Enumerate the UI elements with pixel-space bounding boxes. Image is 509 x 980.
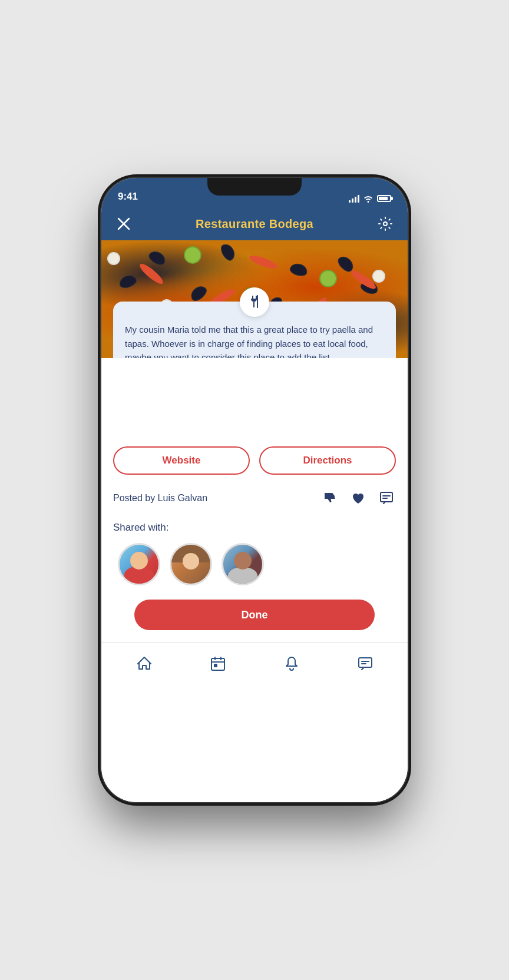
wifi-icon (363, 194, 374, 203)
heart-button[interactable] (349, 489, 368, 508)
shared-label: Shared with: (113, 522, 396, 534)
food-image: My cousin Maria told me that this a grea… (101, 240, 408, 358)
thumbs-down-button[interactable] (320, 489, 339, 508)
done-button[interactable]: Done (134, 600, 375, 630)
posted-by-label: Posted by Luis Galvan (113, 493, 207, 504)
content-inner: Website Directions Posted by Luis Galvan (101, 446, 408, 642)
comment-button[interactable] (377, 489, 396, 508)
svg-rect-13 (359, 658, 372, 667)
svg-rect-12 (214, 664, 217, 667)
avatar-2 (170, 543, 212, 585)
content-area: Website Directions Posted by Luis Galvan (101, 358, 408, 802)
app-header: Restaurante Bodega (101, 207, 408, 240)
nav-home[interactable] (127, 651, 162, 677)
info-card-text: My cousin Maria told me that this a grea… (125, 323, 384, 358)
action-buttons: Website Directions (113, 446, 396, 475)
svg-point-2 (384, 222, 387, 226)
battery-icon (377, 195, 391, 202)
svg-rect-5 (381, 492, 392, 502)
page-title: Restaurante Bodega (196, 217, 313, 231)
posted-by-row: Posted by Luis Galvan (113, 489, 396, 508)
nav-messages[interactable] (348, 651, 383, 677)
restaurant-icon (240, 287, 269, 317)
website-button[interactable]: Website (113, 446, 250, 475)
avatars-row (113, 543, 396, 585)
nav-notifications[interactable] (274, 651, 309, 677)
signal-icon (349, 194, 359, 203)
phone-outer: 9:41 (0, 0, 509, 980)
bottom-nav (101, 642, 408, 684)
status-time: 9:41 (118, 191, 138, 203)
status-icons (349, 194, 391, 203)
phone-frame: 9:41 (101, 178, 408, 802)
svg-rect-8 (211, 658, 224, 670)
directions-button[interactable]: Directions (259, 446, 396, 475)
notch (207, 178, 302, 196)
phone-screen: 9:41 (101, 178, 408, 802)
avatar-1 (118, 543, 160, 585)
avatar-3 (222, 543, 264, 585)
info-card: My cousin Maria told me that this a grea… (113, 302, 396, 358)
settings-button[interactable] (375, 213, 396, 234)
nav-calendar[interactable] (200, 651, 236, 677)
close-button[interactable] (113, 213, 134, 234)
reaction-icons (320, 489, 396, 508)
shared-section: Shared with: (113, 522, 396, 585)
